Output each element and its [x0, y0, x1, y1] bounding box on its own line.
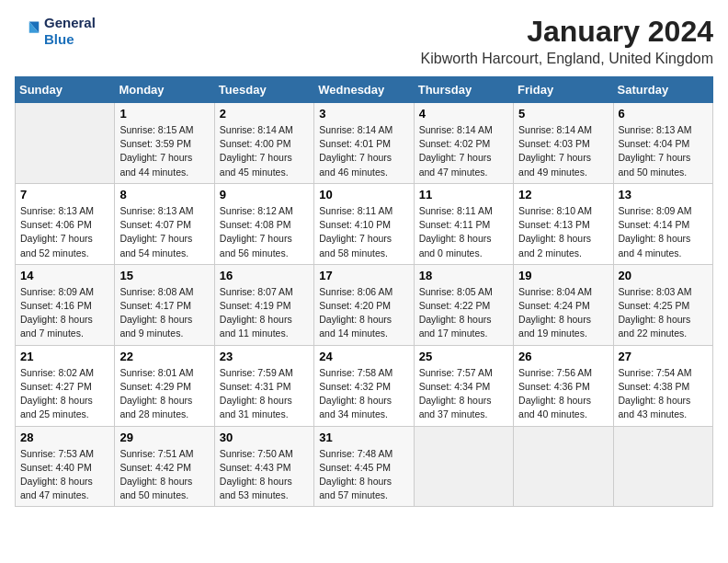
calendar-cell: 29Sunrise: 7:51 AMSunset: 4:42 PMDayligh…	[115, 426, 214, 507]
col-header-thursday: Thursday	[414, 77, 513, 103]
cell-info: Sunrise: 8:02 AMSunset: 4:27 PMDaylight:…	[20, 366, 109, 422]
calendar-cell: 1Sunrise: 8:15 AMSunset: 3:59 PMDaylight…	[115, 103, 214, 184]
location-title: Kibworth Harcourt, England, United Kingd…	[421, 51, 713, 67]
col-header-wednesday: Wednesday	[314, 77, 414, 103]
calendar-cell: 16Sunrise: 8:07 AMSunset: 4:19 PMDayligh…	[214, 264, 313, 345]
day-number: 1	[119, 107, 209, 121]
title-section: January 2024 Kibworth Harcourt, England,…	[421, 15, 713, 67]
col-header-monday: Monday	[115, 77, 214, 103]
day-number: 21	[20, 350, 109, 363]
calendar-cell	[613, 426, 712, 507]
day-number: 2	[220, 107, 309, 121]
calendar-cell: 9Sunrise: 8:12 AMSunset: 4:08 PMDaylight…	[214, 183, 313, 264]
day-number: 31	[319, 431, 408, 444]
cell-info: Sunrise: 8:09 AMSunset: 4:16 PMDaylight:…	[20, 285, 109, 341]
day-number: 25	[419, 350, 508, 363]
cell-info: Sunrise: 8:10 AMSunset: 4:13 PMDaylight:…	[518, 204, 608, 260]
calendar-cell: 25Sunrise: 7:57 AMSunset: 4:34 PMDayligh…	[414, 345, 513, 426]
calendar-cell: 15Sunrise: 8:08 AMSunset: 4:17 PMDayligh…	[115, 264, 214, 345]
calendar-cell: 10Sunrise: 8:11 AMSunset: 4:10 PMDayligh…	[314, 183, 414, 264]
day-number: 8	[119, 188, 209, 201]
cell-info: Sunrise: 8:05 AMSunset: 4:22 PMDaylight:…	[419, 285, 508, 341]
cell-info: Sunrise: 8:14 AMSunset: 4:03 PMDaylight:…	[518, 123, 608, 179]
day-number: 17	[319, 269, 408, 282]
day-number: 29	[119, 431, 209, 444]
week-row-1: 7Sunrise: 8:13 AMSunset: 4:06 PMDaylight…	[16, 183, 713, 264]
cell-info: Sunrise: 7:58 AMSunset: 4:32 PMDaylight:…	[319, 366, 408, 422]
cell-info: Sunrise: 7:57 AMSunset: 4:34 PMDaylight:…	[419, 366, 508, 422]
calendar-cell: 26Sunrise: 7:56 AMSunset: 4:36 PMDayligh…	[514, 345, 613, 426]
day-number: 23	[220, 350, 309, 363]
calendar-cell: 14Sunrise: 8:09 AMSunset: 4:16 PMDayligh…	[16, 264, 115, 345]
calendar-cell: 28Sunrise: 7:53 AMSunset: 4:40 PMDayligh…	[16, 426, 115, 507]
cell-info: Sunrise: 8:03 AMSunset: 4:25 PMDaylight:…	[619, 285, 708, 341]
cell-info: Sunrise: 8:06 AMSunset: 4:20 PMDaylight:…	[319, 285, 408, 341]
cell-info: Sunrise: 8:13 AMSunset: 4:06 PMDaylight:…	[20, 204, 109, 260]
cell-info: Sunrise: 7:48 AMSunset: 4:45 PMDaylight:…	[319, 447, 408, 503]
col-header-saturday: Saturday	[613, 77, 712, 103]
logo-text: General Blue	[44, 15, 96, 48]
calendar-cell: 12Sunrise: 8:10 AMSunset: 4:13 PMDayligh…	[514, 183, 613, 264]
day-number: 4	[419, 107, 508, 121]
calendar-table: SundayMondayTuesdayWednesdayThursdayFrid…	[15, 76, 713, 507]
day-number: 20	[619, 269, 708, 282]
cell-info: Sunrise: 7:56 AMSunset: 4:36 PMDaylight:…	[518, 366, 608, 422]
header: General Blue January 2024 Kibworth Harco…	[15, 15, 713, 67]
cell-info: Sunrise: 8:14 AMSunset: 4:00 PMDaylight:…	[220, 123, 309, 179]
cell-info: Sunrise: 7:59 AMSunset: 4:31 PMDaylight:…	[220, 366, 309, 422]
calendar-cell: 30Sunrise: 7:50 AMSunset: 4:43 PMDayligh…	[214, 426, 313, 507]
col-header-tuesday: Tuesday	[214, 77, 313, 103]
day-number: 28	[20, 431, 109, 444]
cell-info: Sunrise: 8:13 AMSunset: 4:07 PMDaylight:…	[119, 204, 209, 260]
day-number: 15	[119, 269, 209, 282]
calendar-cell: 31Sunrise: 7:48 AMSunset: 4:45 PMDayligh…	[314, 426, 414, 507]
day-number: 16	[220, 269, 309, 282]
cell-info: Sunrise: 7:51 AMSunset: 4:42 PMDaylight:…	[119, 447, 209, 503]
calendar-cell: 5Sunrise: 8:14 AMSunset: 4:03 PMDaylight…	[514, 103, 613, 184]
col-header-sunday: Sunday	[16, 77, 115, 103]
calendar-cell: 23Sunrise: 7:59 AMSunset: 4:31 PMDayligh…	[214, 345, 313, 426]
day-number: 7	[20, 188, 109, 201]
calendar-cell: 17Sunrise: 8:06 AMSunset: 4:20 PMDayligh…	[314, 264, 414, 345]
day-number: 22	[119, 350, 209, 363]
week-row-0: 1Sunrise: 8:15 AMSunset: 3:59 PMDaylight…	[16, 103, 713, 184]
cell-info: Sunrise: 8:08 AMSunset: 4:17 PMDaylight:…	[119, 285, 209, 341]
week-row-4: 28Sunrise: 7:53 AMSunset: 4:40 PMDayligh…	[16, 426, 713, 507]
calendar-cell: 18Sunrise: 8:05 AMSunset: 4:22 PMDayligh…	[414, 264, 513, 345]
cell-info: Sunrise: 8:15 AMSunset: 3:59 PMDaylight:…	[119, 123, 209, 179]
week-row-3: 21Sunrise: 8:02 AMSunset: 4:27 PMDayligh…	[16, 345, 713, 426]
day-number: 3	[319, 107, 408, 121]
calendar-cell: 22Sunrise: 8:01 AMSunset: 4:29 PMDayligh…	[115, 345, 214, 426]
day-number: 27	[619, 350, 708, 363]
cell-info: Sunrise: 8:14 AMSunset: 4:02 PMDaylight:…	[419, 123, 508, 179]
day-number: 19	[518, 269, 608, 282]
cell-info: Sunrise: 8:07 AMSunset: 4:19 PMDaylight:…	[220, 285, 309, 341]
calendar-cell: 11Sunrise: 8:11 AMSunset: 4:11 PMDayligh…	[414, 183, 513, 264]
calendar-cell: 13Sunrise: 8:09 AMSunset: 4:14 PMDayligh…	[613, 183, 712, 264]
header-row: SundayMondayTuesdayWednesdayThursdayFrid…	[16, 77, 713, 103]
cell-info: Sunrise: 8:11 AMSunset: 4:10 PMDaylight:…	[319, 204, 408, 260]
calendar-cell: 4Sunrise: 8:14 AMSunset: 4:02 PMDaylight…	[414, 103, 513, 184]
cell-info: Sunrise: 8:04 AMSunset: 4:24 PMDaylight:…	[518, 285, 608, 341]
day-number: 13	[619, 188, 708, 201]
day-number: 24	[319, 350, 408, 363]
day-number: 5	[518, 107, 608, 121]
cell-info: Sunrise: 8:11 AMSunset: 4:11 PMDaylight:…	[419, 204, 508, 260]
day-number: 10	[319, 188, 408, 201]
cell-info: Sunrise: 7:53 AMSunset: 4:40 PMDaylight:…	[20, 447, 109, 503]
calendar-cell: 24Sunrise: 7:58 AMSunset: 4:32 PMDayligh…	[314, 345, 414, 426]
calendar-cell: 2Sunrise: 8:14 AMSunset: 4:00 PMDaylight…	[214, 103, 313, 184]
calendar-cell: 21Sunrise: 8:02 AMSunset: 4:27 PMDayligh…	[16, 345, 115, 426]
calendar-cell: 20Sunrise: 8:03 AMSunset: 4:25 PMDayligh…	[613, 264, 712, 345]
calendar-cell: 6Sunrise: 8:13 AMSunset: 4:04 PMDaylight…	[613, 103, 712, 184]
cell-info: Sunrise: 7:54 AMSunset: 4:38 PMDaylight:…	[619, 366, 708, 422]
calendar-cell	[414, 426, 513, 507]
cell-info: Sunrise: 8:12 AMSunset: 4:08 PMDaylight:…	[220, 204, 309, 260]
logo: General Blue	[15, 15, 96, 48]
day-number: 12	[518, 188, 608, 201]
cell-info: Sunrise: 8:14 AMSunset: 4:01 PMDaylight:…	[319, 123, 408, 179]
day-number: 6	[619, 107, 708, 121]
cell-info: Sunrise: 8:13 AMSunset: 4:04 PMDaylight:…	[619, 123, 708, 179]
col-header-friday: Friday	[514, 77, 613, 103]
calendar-cell	[514, 426, 613, 507]
